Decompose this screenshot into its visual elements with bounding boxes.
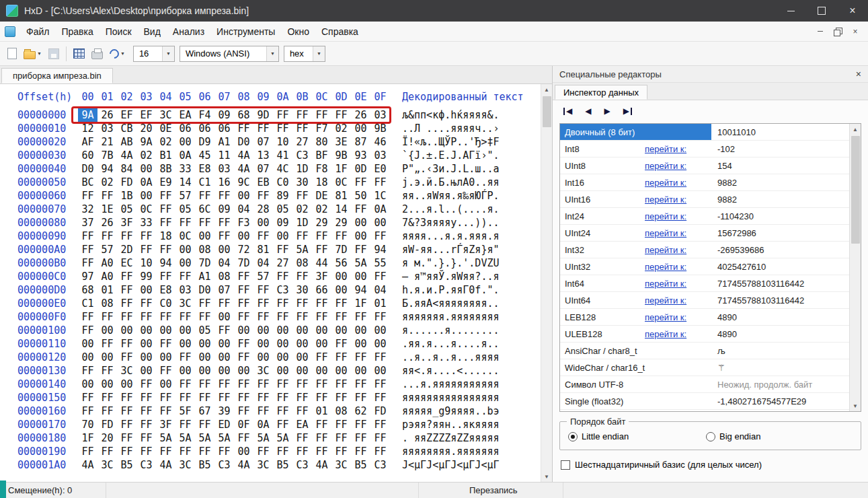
hex-byte[interactable]: FF xyxy=(370,310,390,324)
hex-byte[interactable]: 03 xyxy=(97,122,117,135)
scroll-thumb[interactable] xyxy=(851,136,860,244)
inspector-row[interactable]: UInt64перейти к:717455788103116442 xyxy=(560,292,849,309)
hex-byte[interactable]: 05 xyxy=(117,203,136,216)
hex-byte[interactable]: ED xyxy=(214,418,234,431)
hex-byte[interactable]: FF xyxy=(331,229,351,243)
hex-byte[interactable]: 62 xyxy=(351,404,370,418)
hex-byte[interactable]: 00 xyxy=(175,324,195,337)
hex-byte[interactable]: FF xyxy=(234,122,253,135)
hex-byte[interactable]: 87 xyxy=(351,135,370,149)
hex-byte[interactable]: 13 xyxy=(253,149,273,162)
goto-link[interactable]: перейти к: xyxy=(645,262,686,272)
hex-byte[interactable]: FF xyxy=(78,229,97,243)
decoded-text[interactable]: љ&пп<кф.hќяяяя&. xyxy=(402,108,500,122)
hex-byte[interactable]: 01 xyxy=(370,297,390,310)
inspector-row[interactable]: ULEB128перейти к:4890 xyxy=(560,326,849,343)
hex-byte[interactable]: 89 xyxy=(273,189,292,203)
hex-byte[interactable]: 00 xyxy=(195,229,214,243)
chevron-down-icon[interactable]: ▼ xyxy=(162,46,174,61)
hex-byte[interactable]: B5 xyxy=(351,458,370,472)
hex-byte[interactable]: 05 xyxy=(195,324,214,337)
hex-byte[interactable]: FF xyxy=(351,378,370,391)
hex-byte[interactable]: FF xyxy=(214,324,234,337)
goto-link[interactable]: перейти к: xyxy=(645,194,686,205)
open-file-button[interactable]: ▼ xyxy=(20,44,45,63)
undo-button[interactable]: ▼ xyxy=(106,44,128,63)
maximize-button[interactable] xyxy=(806,0,837,22)
hex-byte[interactable]: 5F xyxy=(175,404,195,418)
hex-byte[interactable]: 32 xyxy=(78,203,97,216)
inspector-row[interactable]: Int64перейти к:717455788103116442 xyxy=(560,275,849,292)
hex-byte[interactable]: 57 xyxy=(253,270,273,283)
hex-byte[interactable]: FF xyxy=(175,418,195,431)
hex-byte[interactable]: FF xyxy=(195,378,214,391)
decoded-text[interactable]: ...я.яяяяяяяяяяя xyxy=(402,378,500,391)
hex-byte[interactable]: FF xyxy=(78,256,97,270)
hex-byte[interactable]: 5A xyxy=(214,431,234,445)
hex-byte[interactable]: FF xyxy=(253,189,273,203)
hex-byte[interactable]: 18 xyxy=(312,176,331,189)
hex-byte[interactable]: 56 xyxy=(331,256,351,270)
hex-byte[interactable]: 00 xyxy=(370,337,390,351)
hex-byte[interactable]: FF xyxy=(175,216,195,229)
hex-byte[interactable]: FF xyxy=(351,310,370,324)
hex-byte[interactable]: FF xyxy=(175,391,195,404)
hex-byte[interactable]: 26 xyxy=(97,108,117,122)
hex-byte[interactable]: 5A xyxy=(351,256,370,270)
hex-byte[interactable]: 02 xyxy=(312,203,331,216)
hex-byte[interactable]: FF xyxy=(331,391,351,404)
hex-byte[interactable]: FF xyxy=(370,391,390,404)
hex-byte[interactable]: FF xyxy=(331,418,351,431)
hex-byte[interactable]: FF xyxy=(214,229,234,243)
hex-byte[interactable]: FF xyxy=(195,310,214,324)
hex-byte[interactable]: 60 xyxy=(78,149,97,162)
goto-link[interactable]: перейти к: xyxy=(645,161,686,171)
hex-byte[interactable]: FF xyxy=(312,243,331,256)
hex-byte[interactable]: FF xyxy=(97,391,117,404)
hex-byte[interactable]: FF xyxy=(292,108,312,122)
hex-byte[interactable]: FF xyxy=(331,108,351,122)
hex-byte[interactable]: FF xyxy=(312,418,331,431)
hex-byte[interactable]: 93 xyxy=(351,149,370,162)
inspector-row[interactable]: LEB128перейти к:4890 xyxy=(560,309,849,326)
hex-byte[interactable]: 09 xyxy=(273,216,292,229)
hex-byte[interactable]: 0C xyxy=(175,229,195,243)
hex-byte[interactable]: 00 xyxy=(156,351,175,364)
hex-byte[interactable]: 00 xyxy=(253,337,273,351)
hex-byte[interactable]: 00 xyxy=(351,364,370,378)
hex-byte[interactable]: 00 xyxy=(273,229,292,243)
hex-byte[interactable]: 00 xyxy=(292,337,312,351)
hex-byte[interactable]: 02 xyxy=(292,203,312,216)
hex-byte[interactable]: FF xyxy=(273,445,292,458)
hex-byte[interactable]: 00 xyxy=(331,324,351,337)
decoded-text[interactable]: Р"„.‹3и.J.L.ш..а xyxy=(402,162,500,176)
hex-byte[interactable]: FF xyxy=(214,297,234,310)
hex-byte[interactable]: D0 xyxy=(195,283,214,297)
hex-byte[interactable]: FF xyxy=(195,391,214,404)
hex-byte[interactable]: 00 xyxy=(312,324,331,337)
hex-byte[interactable]: 00 xyxy=(97,324,117,337)
hex-byte[interactable]: CB xyxy=(117,122,136,135)
hex-byte[interactable]: 0D xyxy=(351,162,370,176)
minimize-button[interactable] xyxy=(775,0,806,22)
hex-byte[interactable]: FF xyxy=(234,404,253,418)
hex-byte[interactable]: FF xyxy=(292,189,312,203)
hex-byte[interactable]: 00 xyxy=(195,364,214,378)
hex-byte[interactable]: 5A xyxy=(195,431,214,445)
hex-byte[interactable]: 07 xyxy=(253,162,273,176)
hex-byte[interactable]: 00 xyxy=(214,351,234,364)
hex-byte[interactable]: FF xyxy=(136,418,156,431)
hex-byte[interactable]: 03 xyxy=(175,283,195,297)
hex-byte[interactable]: 81 xyxy=(253,243,273,256)
inspector-row[interactable]: Int24перейти к:-1104230 xyxy=(560,208,849,225)
hex-byte[interactable]: FF xyxy=(136,391,156,404)
hex-byte[interactable]: FF xyxy=(312,431,331,445)
hex-byte[interactable]: FF xyxy=(78,445,97,458)
hex-byte[interactable]: FF xyxy=(214,189,234,203)
hex-byte[interactable]: 03 xyxy=(370,149,390,162)
hex-byte[interactable]: FF xyxy=(312,310,331,324)
hex-byte[interactable]: C3 xyxy=(370,458,390,472)
chevron-down-icon[interactable]: ▼ xyxy=(266,46,278,61)
hex-byte[interactable]: 08 xyxy=(97,297,117,310)
chevron-down-icon[interactable]: ▼ xyxy=(37,51,42,56)
